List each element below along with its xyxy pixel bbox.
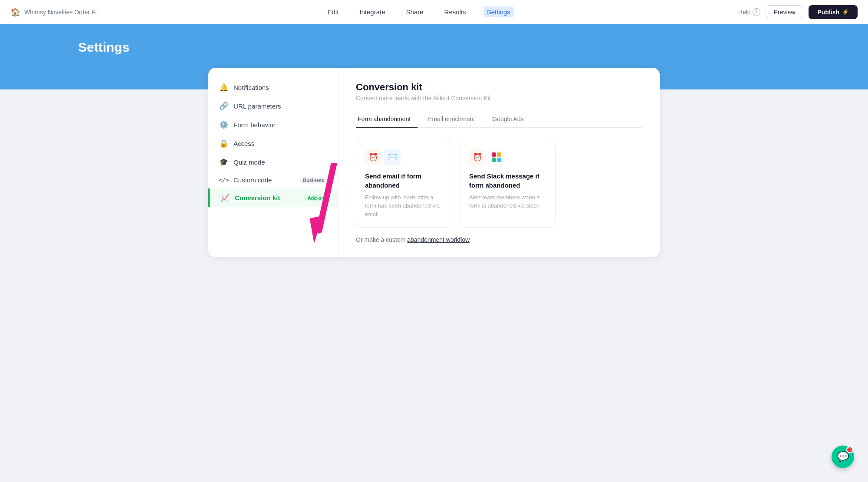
sidebar-label-custom-code: Custom code — [233, 176, 272, 184]
addon-badge: Add-on — [304, 195, 328, 201]
custom-workflow-text: Or make a custom abandonment workflow — [356, 236, 642, 243]
sidebar-label-form-behavior: Form behavior — [233, 121, 276, 129]
card-email-abandoned[interactable]: ⏰ ✉️ Send email if form abandoned Follow… — [356, 140, 451, 228]
email-icon: ✉️ — [384, 149, 401, 165]
sidebar-label-notifications: Notifications — [233, 84, 269, 91]
home-icon[interactable]: 🏠 — [10, 7, 20, 17]
code-icon: </> — [219, 177, 228, 183]
card-email-icons: ⏰ ✉️ — [365, 149, 442, 165]
panel-subtitle: Convert more leads with the Fillout Conv… — [356, 95, 642, 102]
top-navigation: 🏠 Whimsy Novelties Order F... Edit Integ… — [0, 0, 868, 24]
sidebar-label-url-parameters: URL parameters — [233, 102, 281, 110]
card-email-desc: Follow up with leads after a form has be… — [365, 193, 442, 219]
custom-workflow-label: Or make a custom — [356, 236, 407, 243]
lock-icon: 🔒 — [219, 139, 228, 148]
nav-settings[interactable]: Settings — [483, 7, 514, 17]
tab-google-ads[interactable]: Google Ads — [490, 112, 530, 128]
link-icon: 🔗 — [219, 102, 228, 111]
nav-right: Help ? Preview Publish ⚡ — [738, 5, 858, 19]
sidebar-item-conversion-kit[interactable]: 📈 Conversion kit Add-on — [208, 188, 338, 207]
sidebar-label-conversion-kit: Conversion kit — [235, 194, 280, 201]
abandonment-workflow-link[interactable]: abandonment workflow — [407, 236, 470, 243]
help-circle-icon: ? — [753, 8, 760, 16]
main-content: 🔔 Notifications 🔗 URL parameters ⚙️ Form… — [182, 68, 686, 257]
bolt-icon: ⚡ — [842, 9, 849, 15]
nav-integrate[interactable]: Integrate — [356, 7, 388, 17]
sidebar-item-url-parameters[interactable]: 🔗 URL parameters — [208, 97, 338, 116]
chat-icon: 💬 — [837, 451, 849, 462]
help-label: Help — [738, 9, 751, 16]
nav-share[interactable]: Share — [403, 7, 427, 17]
bell-icon: 🔔 — [219, 83, 228, 92]
conversion-cards: ⏰ ✉️ Send email if form abandoned Follow… — [356, 140, 642, 228]
chat-widget[interactable]: 💬 — [832, 446, 854, 468]
help-button[interactable]: Help ? — [738, 8, 760, 16]
panel-tabs: Form abandonment Email enrichment Google… — [356, 112, 642, 128]
sidebar-item-quiz-mode[interactable]: 🎓 Quiz mode — [208, 153, 338, 172]
sidebar-label-quiz-mode: Quiz mode — [233, 158, 265, 166]
clock-icon-2: ⏰ — [469, 149, 486, 165]
card-email-title: Send email if form abandoned — [365, 172, 442, 190]
publish-label: Publish — [817, 9, 839, 16]
tab-email-enrichment[interactable]: Email enrichment — [426, 112, 482, 128]
card-slack-title: Send Slack message if form abandoned — [469, 172, 546, 190]
nav-results[interactable]: Results — [441, 7, 470, 17]
card-slack-abandoned[interactable]: ⏰ Send Slack message if form abandoned A… — [460, 140, 556, 228]
sidebar-item-access[interactable]: 🔒 Access — [208, 134, 338, 153]
card-slack-desc: Alert team members when a form is abando… — [469, 193, 546, 210]
sidebar-item-custom-code[interactable]: </> Custom code Business — [208, 172, 338, 188]
panel-title: Conversion kit — [356, 82, 642, 93]
settings-sidebar: 🔔 Notifications 🔗 URL parameters ⚙️ Form… — [208, 68, 339, 257]
nav-edit[interactable]: Edit — [324, 7, 342, 17]
gear-icon: ⚙️ — [219, 120, 228, 129]
tab-form-abandonment[interactable]: Form abandonment — [356, 112, 418, 128]
form-title: Whimsy Novelties Order F... — [24, 9, 99, 16]
publish-button[interactable]: Publish ⚡ — [809, 5, 858, 19]
sidebar-item-notifications[interactable]: 🔔 Notifications — [208, 78, 338, 97]
preview-button[interactable]: Preview — [766, 5, 804, 19]
slack-grid-icon — [492, 152, 501, 162]
business-badge: Business — [299, 177, 328, 184]
sidebar-label-access: Access — [233, 140, 254, 147]
quiz-icon: 🎓 — [219, 158, 228, 167]
page-title: Settings — [0, 40, 868, 55]
nav-center: Edit Integrate Share Results Settings — [99, 7, 738, 17]
conversion-icon: 📈 — [220, 193, 230, 202]
settings-card: 🔔 Notifications 🔗 URL parameters ⚙️ Form… — [208, 68, 660, 257]
slack-icon — [488, 149, 505, 165]
card-slack-icons: ⏰ — [469, 149, 546, 165]
sidebar-item-form-behavior[interactable]: ⚙️ Form behavior — [208, 116, 338, 134]
settings-panel: Conversion kit Convert more leads with t… — [339, 68, 660, 257]
nav-left: 🏠 Whimsy Novelties Order F... — [10, 7, 99, 17]
clock-icon: ⏰ — [365, 149, 381, 165]
